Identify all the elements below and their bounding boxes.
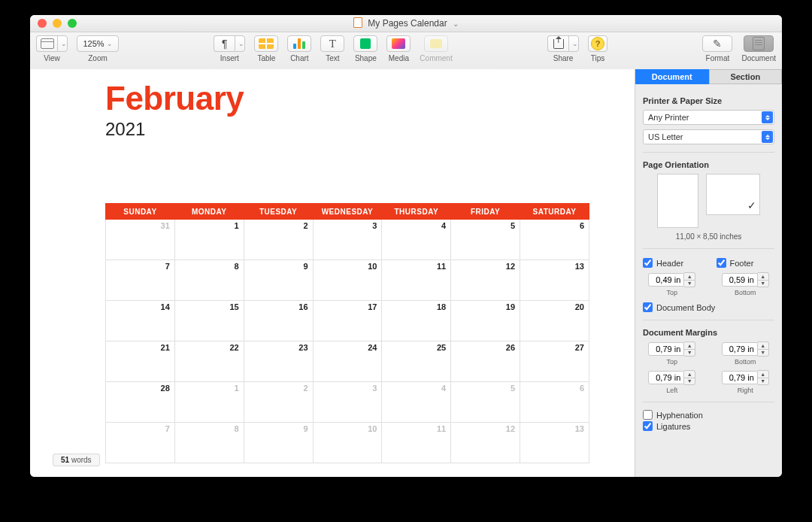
calendar-day-cell[interactable]: 13 [520,423,589,463]
calendar-day-cell[interactable]: 3 [313,382,382,423]
stepper-up-icon[interactable]: ▲ [684,273,695,281]
calendar-day-cell[interactable]: 10 [313,423,382,463]
calendar-day-cell[interactable]: 2 [244,220,313,260]
calendar-day-cell[interactable]: 19 [451,301,520,341]
view-menu-button[interactable] [36,35,57,52]
stepper-buttons[interactable]: ▲▼ [758,370,769,385]
stepper-buttons[interactable]: ▲▼ [684,272,695,287]
calendar-day-cell[interactable]: 3 [313,220,382,260]
calendar-day-cell[interactable]: 22 [174,341,244,382]
margin-top-stepper[interactable]: ▲▼ [648,341,695,357]
header-top-input[interactable] [648,273,684,287]
calendar-day-cell[interactable]: 26 [451,341,520,382]
margin-top-input[interactable] [648,342,684,356]
calendar-day-cell[interactable]: 23 [244,341,313,382]
calendar-month-title[interactable]: February [105,80,620,117]
footer-bottom-input[interactable] [722,273,758,287]
margin-right-input[interactable] [722,371,758,384]
calendar-day-cell[interactable]: 4 [382,382,451,423]
calendar-day-cell[interactable]: 11 [382,423,451,463]
header-checkbox[interactable] [643,258,653,268]
hyphenation-checkbox[interactable] [643,410,653,420]
calendar-day-cell[interactable]: 31 [106,220,175,260]
calendar-day-cell[interactable]: 12 [451,423,520,463]
calendar-year[interactable]: 2021 [105,119,620,140]
calendar-day-cell[interactable]: 18 [382,301,451,341]
calendar-day-cell[interactable]: 27 [520,341,589,382]
stepper-buttons[interactable]: ▲▼ [758,272,769,287]
calendar-table[interactable]: SUNDAYMONDAYTUESDAYWEDNESDAYTHURSDAYFRID… [105,203,589,463]
calendar-day-cell[interactable]: 2 [244,382,313,423]
printer-select[interactable]: Any Printer [643,110,774,125]
calendar-day-cell[interactable]: 9 [244,260,313,301]
calendar-day-cell[interactable]: 20 [520,301,589,341]
ligatures-checkbox-row[interactable]: Ligatures [643,421,774,431]
margin-left-stepper[interactable]: ▲▼ [648,370,695,385]
footer-bottom-stepper[interactable]: ▲▼ [722,272,769,287]
document-body-checkbox-row[interactable]: Document Body [643,302,774,312]
footer-checkbox[interactable] [717,258,726,268]
calendar-day-cell[interactable]: 17 [313,301,382,341]
media-button[interactable] [386,35,411,52]
share-button[interactable] [547,35,568,52]
stepper-down-icon[interactable]: ▼ [684,350,695,357]
calendar-day-cell[interactable]: 10 [313,260,382,301]
ligatures-checkbox[interactable] [643,421,653,431]
stepper-down-icon[interactable]: ▼ [758,281,768,287]
calendar-day-cell[interactable]: 11 [382,260,451,301]
margin-bottom-input[interactable] [722,342,758,356]
text-button[interactable]: T [320,35,344,52]
calendar-day-cell[interactable]: 25 [382,341,451,382]
calendar-day-cell[interactable]: 28 [106,382,175,423]
calendar-day-cell[interactable]: 8 [174,423,244,463]
stepper-buttons[interactable]: ▲▼ [684,370,695,385]
stepper-buttons[interactable]: ▲▼ [684,341,695,357]
stepper-buttons[interactable]: ▲▼ [758,341,769,357]
paper-size-select[interactable]: US Letter [643,129,774,144]
margin-bottom-stepper[interactable]: ▲▼ [722,341,769,357]
stepper-up-icon[interactable]: ▲ [684,371,695,378]
stepper-up-icon[interactable]: ▲ [758,371,768,378]
calendar-day-cell[interactable]: 15 [174,301,244,341]
insert-chevron[interactable]: ⌄ [235,35,245,52]
tab-document[interactable]: Document [635,69,709,84]
stepper-down-icon[interactable]: ▼ [684,378,695,385]
calendar-day-cell[interactable]: 7 [106,423,175,463]
comment-button[interactable] [424,35,448,52]
calendar-day-cell[interactable]: 4 [382,220,451,260]
calendar-day-cell[interactable]: 14 [106,301,175,341]
footer-checkbox-row[interactable]: Footer [717,258,754,268]
stepper-up-icon[interactable]: ▲ [758,342,768,350]
stepper-up-icon[interactable]: ▲ [758,273,768,281]
stepper-down-icon[interactable]: ▼ [684,281,695,287]
stepper-down-icon[interactable]: ▼ [758,378,768,385]
calendar-day-cell[interactable]: 8 [174,260,244,301]
calendar-day-cell[interactable]: 12 [451,260,520,301]
calendar-day-cell[interactable]: 9 [244,423,313,463]
calendar-day-cell[interactable]: 6 [520,220,589,260]
calendar-day-cell[interactable]: 6 [520,382,589,423]
word-count-pill[interactable]: 51 words [53,454,100,466]
margin-left-input[interactable] [648,371,684,384]
margin-right-stepper[interactable]: ▲▼ [722,370,769,385]
calendar-day-cell[interactable]: 5 [451,382,520,423]
zoom-menu-button[interactable]: 125% ⌄ [77,35,119,52]
table-button[interactable] [254,35,278,52]
chart-button[interactable] [287,35,311,52]
tips-button[interactable]: ? [588,35,607,52]
stepper-down-icon[interactable]: ▼ [758,350,768,357]
calendar-day-cell[interactable]: 24 [313,341,382,382]
calendar-day-cell[interactable]: 1 [174,382,244,423]
calendar-day-cell[interactable]: 5 [451,220,520,260]
document-body-checkbox[interactable] [643,302,653,312]
hyphenation-checkbox-row[interactable]: Hyphenation [643,410,774,420]
share-chevron[interactable]: ⌄ [568,35,579,52]
shape-button[interactable] [353,35,377,52]
calendar-day-cell[interactable]: 7 [106,260,175,301]
calendar-day-cell[interactable]: 16 [244,301,313,341]
header-top-stepper[interactable]: ▲▼ [648,272,695,287]
format-pane-button[interactable]: ✎ [702,35,732,52]
document-canvas[interactable]: February 2021 SUNDAYMONDAYTUESDAYWEDNESD… [30,69,635,477]
document-pane-button[interactable] [744,35,774,52]
calendar-day-cell[interactable]: 21 [106,341,175,382]
